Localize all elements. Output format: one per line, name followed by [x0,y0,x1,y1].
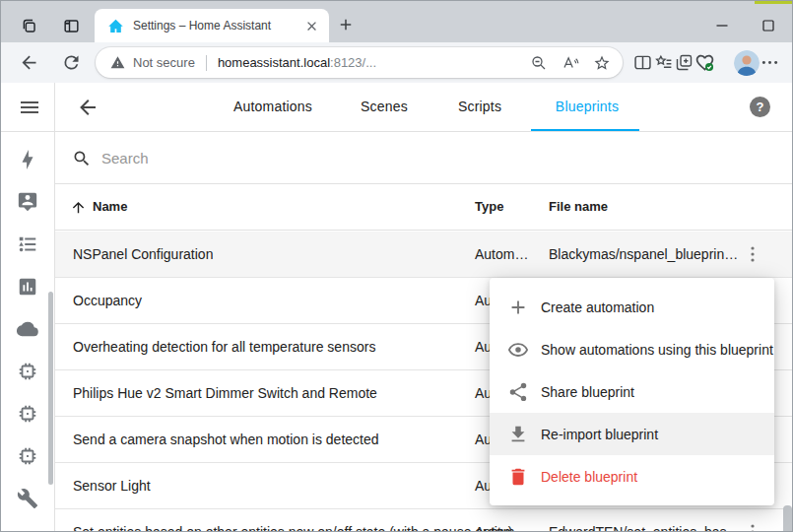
row-type: Autom… [475,524,528,532]
row-name: Set entities based on other entities new… [73,524,512,532]
row-name: Send a camera snapshot when motion is de… [73,432,379,447]
column-header-type[interactable]: Type [475,199,503,214]
profile-avatar[interactable] [734,50,760,76]
sidebar-device-chip-1-icon[interactable] [17,361,38,382]
active-tab-indicator [531,129,639,131]
sidebar-tools-wrench-icon[interactable] [17,488,38,509]
browser-titlebar: Settings – Home Assistant [1,1,792,42]
plus-icon [507,297,529,318]
sidebar-history-chart-box-icon[interactable] [17,276,38,298]
row-file: EdwardTEN/set_entities_bas… [549,524,751,532]
blueprint-context-menu: Create automation Show automations using… [490,278,774,505]
back-icon[interactable] [19,52,39,73]
url-host: homeassistant.local [218,55,330,70]
sort-ascending-icon[interactable] [70,199,87,216]
row-overflow-menu-icon[interactable] [741,242,764,266]
sidebar-device-chip-2-icon[interactable] [17,403,38,425]
screen-share-strip [755,1,792,4]
menu-item-label: Share blueprint [541,384,634,400]
column-header-file[interactable]: File name [549,199,608,214]
menu-item-delete-blueprint[interactable]: Delete blueprint [490,455,774,498]
menu-item-label: Show automations using this blueprint [541,342,773,358]
browser-tab[interactable]: Settings – Home Assistant [95,9,329,42]
row-name: Philips Hue v2 Smart Dimmer Switch and R… [73,385,377,401]
row-overflow-menu-icon[interactable] [741,520,764,532]
table-row[interactable]: NSPanel Configuration Autom… Blackymas/n… [55,232,792,278]
collections-icon[interactable] [674,52,694,73]
favorites-hub-icon[interactable] [653,52,674,73]
new-tab-button[interactable] [337,16,355,33]
help-button[interactable]: ? [750,97,770,117]
zoom-out-icon[interactable] [530,54,548,72]
row-type: Autom… [475,246,528,262]
url-text[interactable]: homeassistant.local:8123/... [218,55,516,70]
download-icon [507,424,529,445]
row-name: Occupancy [73,293,142,308]
tab-scripts[interactable]: Scripts [458,83,501,131]
address-bar[interactable]: Not secure homeassistant.local:8123/... [96,47,623,78]
sidebar-device-chip-3-icon[interactable] [17,445,38,467]
search-icon [72,149,92,168]
menu-item-show-automations[interactable]: Show automations using this blueprint [490,328,774,370]
search-row [55,133,792,184]
hamburger-menu-icon[interactable] [18,96,41,119]
delete-trash-icon [507,466,529,488]
sidebar-energy-lightning-icon[interactable] [17,149,38,170]
share-icon [507,381,529,403]
home-assistant-favicon [107,18,124,34]
not-secure-warning-icon [110,55,125,70]
tab-blueprints[interactable]: Blueprints [556,83,619,131]
tab-automations[interactable]: Automations [233,83,312,131]
split-screen-icon[interactable] [632,52,653,73]
maximize-button[interactable] [759,16,778,35]
menu-item-label: Create automation [541,299,654,315]
column-header-name[interactable]: Name [93,199,127,214]
menu-item-label: Re-import blueprint [541,427,658,442]
table-header: Name Type File name [55,184,792,231]
sidebar-cloud-icon[interactable] [17,318,38,340]
tab-title: Settings – Home Assistant [133,19,304,33]
row-name: NSPanel Configuration [73,246,213,262]
tab-actions-icon[interactable] [62,17,81,35]
eye-icon [507,339,529,361]
menu-item-reimport-blueprint[interactable]: Re-import blueprint [490,413,774,455]
address-separator [206,55,207,71]
refresh-icon[interactable] [61,52,82,73]
row-file: Blackymas/nspanel_blueprin… [549,246,751,262]
search-input[interactable] [101,150,792,166]
favorite-star-icon[interactable] [593,54,611,72]
ha-sidebar [1,83,55,531]
sidebar-logbook-list-icon[interactable] [17,233,38,255]
menu-item-create-automation[interactable]: Create automation [490,286,774,328]
read-aloud-icon[interactable] [562,54,579,72]
menu-item-share-blueprint[interactable]: Share blueprint [490,370,774,413]
app-back-icon[interactable] [76,96,99,119]
sidebar-scrollbar-thumb[interactable] [48,292,53,485]
row-name: Sensor Light [73,478,151,494]
workspaces-icon[interactable] [20,17,38,35]
tab-scenes[interactable]: Scenes [361,83,408,131]
browser-toolbar: Not secure homeassistant.local:8123/... [1,42,792,83]
minimize-button[interactable] [712,16,732,35]
page-scrollbar-thumb[interactable] [783,505,792,532]
settings-ellipsis-icon[interactable] [760,52,780,73]
browser-window: Settings – Home Assistant Not secure [0,0,793,532]
url-port-path: :8123/... [330,55,376,70]
ha-top-nav: Automations Scenes Scripts Blueprints ? [1,83,792,132]
row-name: Overheating detection for all temperatur… [73,339,375,355]
browser-essentials-icon[interactable] [694,52,715,73]
sidebar-map-person-tooltip-icon[interactable] [17,191,38,213]
menu-item-label: Delete blueprint [541,469,637,485]
security-label: Not secure [133,55,195,70]
tab-close-icon[interactable] [304,19,319,33]
toolbar-right-cluster [632,50,780,76]
table-row[interactable]: Set entities based on other entities new… [55,509,792,532]
